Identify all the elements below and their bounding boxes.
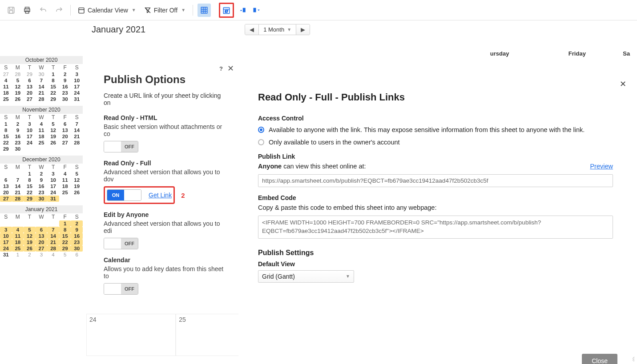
mini-cal-day[interactable]: 25 [0, 96, 12, 102]
mini-cal-day[interactable] [71, 146, 83, 152]
mini-cal-day[interactable]: 13 [59, 127, 71, 133]
undo-icon[interactable] [36, 4, 50, 17]
mini-cal-day[interactable]: 26 [24, 245, 36, 252]
mini-cal-day[interactable]: 2 [12, 121, 24, 127]
mini-cal-day[interactable]: 2 [71, 220, 83, 227]
mini-cal-day[interactable]: 14 [47, 233, 59, 239]
mini-cal-day[interactable]: 22 [0, 140, 12, 146]
mini-cal-day[interactable]: 28 [47, 245, 59, 252]
mini-cal-day[interactable]: 18 [12, 239, 24, 245]
save-icon[interactable] [4, 4, 18, 17]
sort-desc-icon[interactable] [251, 4, 262, 17]
mini-cal-day[interactable]: 24 [47, 189, 59, 196]
help-icon[interactable]: ? [219, 65, 223, 72]
mini-cal-day[interactable]: 5 [12, 77, 24, 84]
mini-cal-day[interactable]: 2 [36, 171, 48, 177]
mini-cal-day[interactable]: 10 [0, 233, 12, 239]
mini-cal-day[interactable]: 13 [24, 84, 36, 90]
mini-cal-day[interactable]: 15 [24, 183, 36, 189]
mini-cal-day[interactable]: 6 [24, 77, 36, 84]
mini-cal-day[interactable]: 30 [36, 196, 48, 202]
mini-cal-day[interactable]: 23 [71, 239, 83, 245]
mini-cal-day[interactable] [24, 220, 36, 227]
mini-cal-day[interactable]: 26 [71, 189, 83, 196]
mini-cal-day[interactable]: 29 [59, 245, 71, 252]
mini-cal-day[interactable] [36, 146, 48, 152]
mini-cal-day[interactable]: 14 [71, 127, 83, 133]
mini-cal-day[interactable]: 23 [12, 140, 24, 146]
mini-cal-day[interactable]: 15 [47, 84, 59, 90]
mini-cal-day[interactable]: 29 [47, 96, 59, 102]
mini-cal-day[interactable]: 18 [59, 183, 71, 189]
mini-cal-day[interactable]: 24 [71, 90, 83, 96]
mini-cal-day[interactable]: 3 [47, 171, 59, 177]
mini-cal-day[interactable]: 20 [24, 90, 36, 96]
mini-cal-day[interactable]: 25 [12, 245, 24, 252]
mini-cal-day[interactable]: 5 [71, 171, 83, 177]
mini-cal-day[interactable]: 16 [36, 183, 48, 189]
mini-cal-day[interactable]: 13 [36, 233, 48, 239]
get-link[interactable]: Get Link [149, 192, 172, 199]
mini-cal-day[interactable]: 14 [36, 84, 48, 90]
mini-cal-day[interactable]: 7 [71, 121, 83, 127]
close-icon[interactable]: ✕ [620, 79, 626, 89]
mini-cal-day[interactable]: 23 [36, 189, 48, 196]
mini-cal-day[interactable] [47, 220, 59, 227]
mini-cal-day[interactable]: 29 [0, 146, 12, 152]
mini-cal-day[interactable]: 4 [0, 77, 12, 84]
mini-cal-day[interactable]: 27 [0, 196, 12, 202]
mini-cal-day[interactable]: 28 [71, 140, 83, 146]
mini-cal-day[interactable]: 30 [59, 96, 71, 102]
mini-cal-day[interactable]: 8 [59, 227, 71, 233]
mini-cal-day[interactable]: 27 [59, 140, 71, 146]
ro-full-toggle[interactable]: ON [107, 189, 141, 201]
grid-view-icon[interactable] [198, 4, 211, 17]
mini-cal-day[interactable]: 25 [36, 140, 48, 146]
mini-cal-day[interactable]: 9 [12, 127, 24, 133]
mini-cal-day[interactable]: 17 [24, 133, 36, 140]
mini-cal-day[interactable]: 23 [59, 90, 71, 96]
mini-cal-day[interactable]: 6 [59, 121, 71, 127]
mini-cal-day[interactable]: 9 [71, 227, 83, 233]
filter-selector[interactable]: Filter Off ▼ [141, 7, 188, 14]
mini-cal-day[interactable]: 30 [36, 71, 48, 77]
month-range-select[interactable]: 1 Month▼ [259, 24, 296, 35]
mini-cal-day[interactable]: 20 [36, 239, 48, 245]
mini-cal-day[interactable]: 31 [0, 252, 12, 258]
mini-cal-day[interactable]: 21 [71, 133, 83, 140]
mini-cal-day[interactable]: 22 [59, 239, 71, 245]
mini-cal-day[interactable]: 19 [24, 239, 36, 245]
mini-cal-day[interactable]: 19 [12, 90, 24, 96]
mini-cal-day[interactable]: 11 [59, 177, 71, 183]
mini-cal-day[interactable] [59, 146, 71, 152]
mini-cal-day[interactable]: 24 [24, 140, 36, 146]
next-month-button[interactable]: ▶ [296, 24, 310, 35]
mini-cal-day[interactable]: 11 [0, 84, 12, 90]
mini-cal-day[interactable] [36, 220, 48, 227]
mini-cal-day[interactable]: 14 [12, 183, 24, 189]
mini-cal-day[interactable]: 8 [24, 177, 36, 183]
mini-cal-day[interactable]: 3 [24, 121, 36, 127]
prev-month-button[interactable]: ◀ [245, 24, 259, 35]
mini-cal-day[interactable]: 4 [47, 252, 59, 258]
mini-cal-day[interactable]: 12 [24, 233, 36, 239]
mini-cal-day[interactable]: 8 [0, 127, 12, 133]
mini-cal-day[interactable]: 9 [36, 177, 48, 183]
mini-cal-day[interactable] [24, 146, 36, 152]
mini-cal-day[interactable]: 27 [36, 245, 48, 252]
edit-anyone-toggle[interactable]: OFF [104, 238, 138, 249]
mini-cal-day[interactable]: 20 [0, 189, 12, 196]
mini-cal-day[interactable]: 3 [71, 71, 83, 77]
mini-cal-day[interactable]: 2 [59, 71, 71, 77]
mini-cal-day[interactable]: 28 [12, 196, 24, 202]
mini-cal-day[interactable]: 19 [71, 183, 83, 189]
mini-calendar[interactable]: January 2021SMTWTFS123456789101112131415… [0, 205, 83, 258]
mini-cal-day[interactable]: 8 [47, 77, 59, 84]
mini-cal-day[interactable]: 31 [47, 196, 59, 202]
mini-cal-day[interactable]: 6 [71, 252, 83, 258]
mini-cal-day[interactable]: 11 [12, 233, 24, 239]
mini-cal-day[interactable]: 11 [36, 127, 48, 133]
mini-cal-day[interactable]: 21 [36, 90, 48, 96]
mini-cal-day[interactable]: 26 [47, 140, 59, 146]
mini-cal-day[interactable]: 12 [47, 127, 59, 133]
